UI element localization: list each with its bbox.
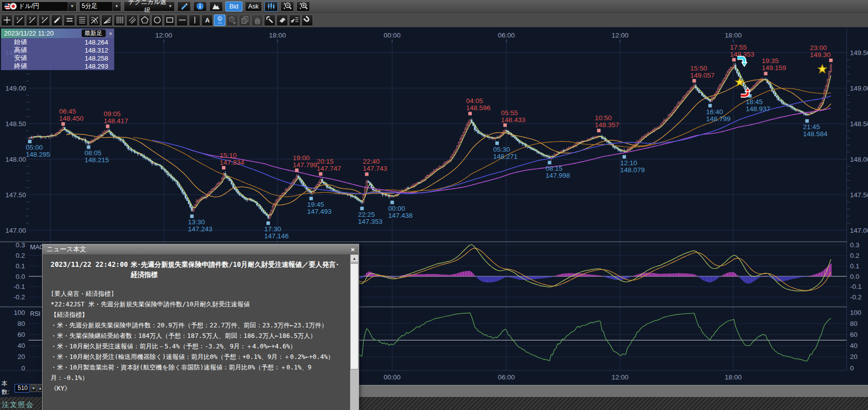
- zoom-in-icon: [299, 2, 308, 11]
- price-tick-left: 147.00: [6, 227, 26, 234]
- latest-bar-button[interactable]: 最新足: [82, 30, 106, 37]
- emoticon-stamp-button[interactable]: [214, 15, 225, 26]
- rsi-tick-right: 40: [850, 342, 857, 349]
- low-marker: [391, 201, 394, 204]
- zoom-out-icon: [283, 2, 292, 11]
- high-marker: [732, 58, 736, 62]
- high-marker: [106, 125, 109, 128]
- low-marker-price: 148.295: [26, 151, 50, 158]
- chevron-down-icon: ▼: [68, 2, 76, 11]
- horizontal-segment-button[interactable]: [176, 15, 188, 26]
- pentagon-button[interactable]: [139, 15, 150, 26]
- low-marker-price: 148.079: [620, 166, 645, 174]
- news-body-line: ・米・先週分新規失業保険申請件数：20.9万件（予想：22.7万件、前回：23.…: [51, 320, 345, 330]
- high-marker: [829, 59, 832, 62]
- chart-style-button[interactable]: [264, 2, 278, 12]
- hand-button: [251, 15, 263, 26]
- copy-button: [239, 15, 250, 26]
- bar-count-control: 本数: 510 ▼ ▲: [0, 379, 43, 397]
- time-tick-top: 12:00: [155, 32, 172, 39]
- ask-button[interactable]: Ask: [245, 2, 262, 12]
- price-tick-left: 147.50: [6, 191, 26, 199]
- fibonacci-arc-button[interactable]: [89, 15, 100, 26]
- wrench-list-button[interactable]: [289, 15, 301, 26]
- high-marker: [692, 79, 696, 83]
- pitchfork-icon: [128, 16, 137, 25]
- emoticon-stamp-icon: [215, 16, 224, 25]
- high-marker-price: 147.834: [220, 159, 244, 166]
- bar-count-decrease-button[interactable]: ▼: [31, 384, 36, 392]
- time-tick-top: 12:00: [612, 32, 629, 39]
- scrollbar-thumb[interactable]: [350, 263, 359, 369]
- price-tick-right: 147.50: [850, 191, 868, 199]
- technical-select-button[interactable]: テクニカル選択 ▼: [124, 2, 175, 12]
- zoom-out-button[interactable]: [280, 2, 294, 12]
- chevron-down-icon: ▼: [112, 2, 121, 11]
- high-marker: [62, 122, 65, 126]
- ohlc-info-box: 2023/11/22 11:20 最新足 × 始値148.264 高値148.3…: [1, 29, 114, 70]
- trendline-2-button[interactable]: [26, 15, 38, 26]
- news-body-line: ・米・10月耐久財受注(輸送用機器除く)速報値：前月比0%（予想：+0.1%、9…: [51, 351, 345, 362]
- trendline-1-button[interactable]: [14, 15, 25, 26]
- macd-tick-right: 0.3: [850, 241, 859, 249]
- crosshair-button[interactable]: [1, 15, 13, 26]
- pencil-line-button[interactable]: [51, 15, 63, 26]
- news-window-titlebar[interactable]: ニュース本文 ×: [43, 244, 359, 254]
- close-icon[interactable]: ×: [109, 31, 112, 37]
- time-tick-top: 00:00: [384, 32, 401, 39]
- parallel-lines-2-icon: [65, 16, 74, 25]
- low-marker-time: 08:05: [85, 149, 102, 157]
- low-marker: [190, 214, 194, 218]
- candlestick-icon: [267, 2, 275, 11]
- info-button[interactable]: [193, 2, 207, 12]
- close-label: 終値: [14, 62, 85, 71]
- rsi-panel-label: RSI: [30, 310, 41, 317]
- macd-tick-left: 0.0: [16, 273, 25, 280]
- ellipse-button[interactable]: [151, 15, 163, 26]
- news-scrollbar[interactable]: ▲: [350, 254, 359, 410]
- rectangle-button[interactable]: [164, 15, 175, 26]
- magnet-button[interactable]: [302, 15, 313, 26]
- zoom-in-button[interactable]: [297, 2, 310, 12]
- close-icon[interactable]: ×: [351, 246, 355, 253]
- low-marker: [28, 140, 32, 143]
- timeframe-select[interactable]: 5分足 ▼: [79, 2, 121, 12]
- price-tick-right: 149.50: [850, 49, 868, 57]
- vertical-segment-button[interactable]: [189, 15, 200, 26]
- eraser-button[interactable]: [276, 15, 288, 26]
- time-tick-bottom: 18:00: [725, 373, 742, 381]
- bar-count-input[interactable]: 510: [15, 384, 30, 392]
- low-marker: [805, 119, 809, 123]
- macd-tick-right: 0.1: [850, 262, 859, 270]
- high-marker-time: 04:05: [466, 97, 483, 105]
- low-marker-time: 16:40: [706, 108, 723, 116]
- macd-tick-left: 0.2: [16, 252, 25, 259]
- high-marker-time: 10:50: [595, 114, 612, 122]
- wrench-button[interactable]: [264, 15, 275, 26]
- rsi-tick-right: 100: [850, 309, 861, 316]
- draw-pencil-button[interactable]: [177, 2, 191, 12]
- high-marker-time: 19:00: [293, 154, 310, 162]
- trendline-3-button[interactable]: [39, 15, 50, 26]
- parallel-lines-4-button[interactable]: [76, 15, 88, 26]
- macd-tick-left: -0.2: [14, 293, 25, 301]
- parallel-lines-2-button[interactable]: [64, 15, 75, 26]
- scroll-up-button[interactable]: ▲: [350, 254, 359, 262]
- open-value: 148.264: [85, 39, 108, 46]
- fan-lines-button[interactable]: [101, 15, 113, 26]
- symbol-select[interactable]: ドル/円 ▼: [2, 2, 77, 12]
- rsi-tick-right: 20: [850, 353, 857, 360]
- high-marker-price: 148.357: [595, 121, 620, 129]
- price-tick-left: 149.00: [6, 85, 26, 92]
- text-button[interactable]: [201, 15, 213, 26]
- time-tick-bottom: 06:00: [498, 373, 515, 381]
- pencil-line-icon: [53, 16, 62, 25]
- pitchfork-button[interactable]: [126, 15, 138, 26]
- rsi-tick-left: 60: [18, 331, 25, 338]
- vertical-lines-button[interactable]: [114, 15, 125, 26]
- mountain-chart-button[interactable]: [209, 2, 223, 12]
- high-marker: [319, 172, 323, 176]
- bid-button[interactable]: Bid: [225, 2, 242, 12]
- time-tick-top: 18:00: [269, 32, 286, 39]
- order-inquiry-label[interactable]: 注文照会: [2, 400, 34, 409]
